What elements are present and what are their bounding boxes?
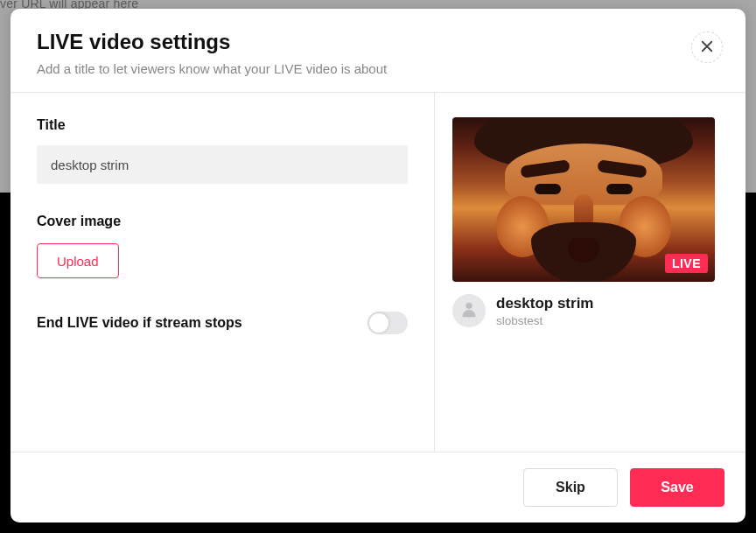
- preview-username: slobstest: [496, 314, 593, 327]
- title-label: Title: [37, 117, 408, 133]
- modal-footer: Skip Save: [10, 452, 746, 522]
- cover-preview: LIVE: [452, 117, 715, 282]
- end-stream-toggle[interactable]: [368, 312, 408, 334]
- live-badge: LIVE: [665, 254, 708, 273]
- title-input[interactable]: [37, 145, 408, 184]
- user-icon: [459, 299, 479, 322]
- svg-point-0: [466, 303, 472, 309]
- close-icon: [699, 39, 715, 57]
- preview-title: desktop strim: [496, 294, 593, 312]
- skip-button[interactable]: Skip: [523, 468, 618, 507]
- cover-image-label: Cover image: [37, 214, 408, 229]
- modal-body: Title Cover image Upload End LIVE video …: [10, 93, 746, 452]
- live-settings-modal: LIVE video settings Add a title to let v…: [10, 9, 746, 522]
- modal-subtitle: Add a title to let viewers know what you…: [37, 61, 719, 76]
- end-stream-label: End LIVE video if stream stops: [37, 315, 242, 331]
- preview-meta: desktop strim slobstest: [452, 294, 728, 327]
- avatar: [452, 294, 486, 327]
- toggle-knob: [369, 313, 388, 333]
- preview-column: LIVE desktop strim slobstest: [435, 93, 746, 452]
- close-button[interactable]: [691, 32, 723, 63]
- upload-button[interactable]: Upload: [37, 243, 119, 278]
- settings-column: Title Cover image Upload End LIVE video …: [10, 93, 435, 452]
- save-button[interactable]: Save: [630, 468, 724, 507]
- modal-title: LIVE video settings: [37, 30, 719, 54]
- modal-header: LIVE video settings Add a title to let v…: [10, 9, 746, 92]
